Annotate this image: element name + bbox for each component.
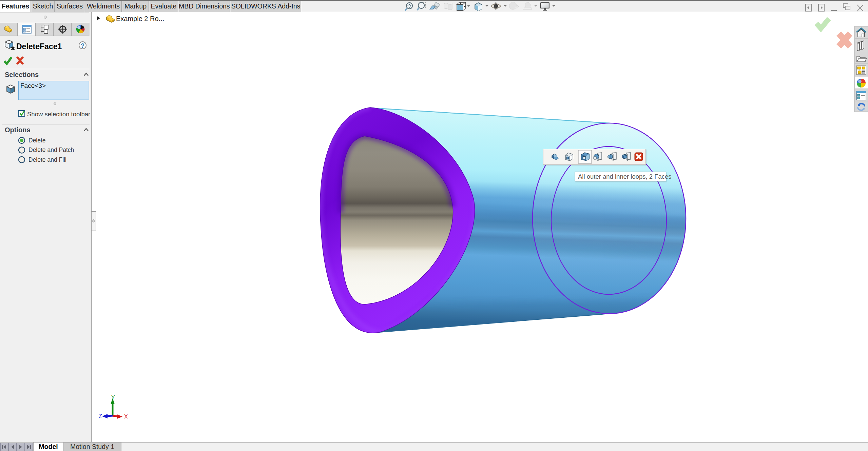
svg-text:Z: Z (99, 413, 102, 419)
svg-text:X: X (124, 414, 128, 419)
svg-text:Y: Y (111, 395, 115, 400)
